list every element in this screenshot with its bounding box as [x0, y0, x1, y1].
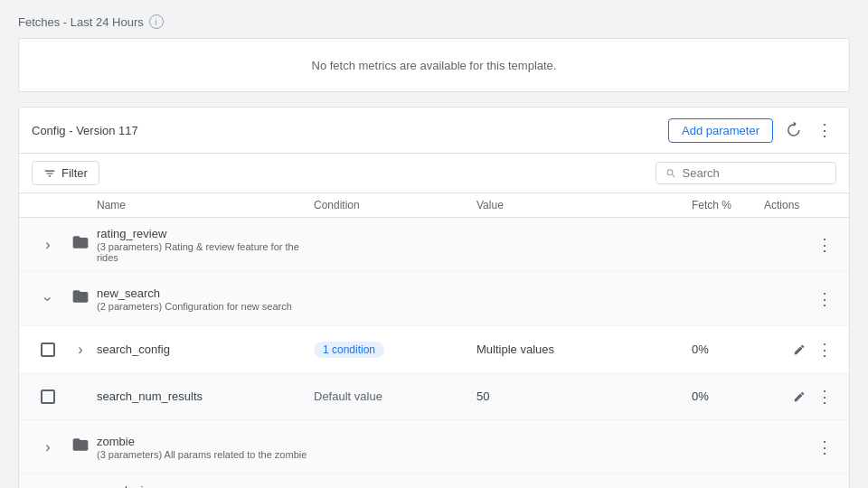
- config-section: Config - Version 117 Add parameter ⋮ Fil…: [18, 107, 850, 488]
- table-row: › search_config 1 condition Multiple val…: [19, 326, 849, 373]
- param-desc: (3 parameters) All params related to the…: [97, 449, 314, 460]
- fetches-empty-message: No fetch metrics are available for this …: [312, 59, 557, 72]
- col-condition-header: Condition: [314, 199, 476, 211]
- folder-icon: [71, 233, 90, 256]
- row-expand-col: ›: [32, 437, 64, 457]
- search-icon: [665, 167, 677, 180]
- row-more-button[interactable]: ⋮: [813, 286, 836, 313]
- row-actions-col: ⋮: [764, 383, 836, 410]
- child-expand-button[interactable]: ›: [76, 340, 84, 360]
- col-actions-header: Actions: [764, 199, 836, 211]
- expand-button[interactable]: ›: [43, 437, 52, 457]
- expand-button[interactable]: ›: [38, 295, 58, 303]
- expand-button[interactable]: ›: [43, 235, 52, 255]
- row-more-button[interactable]: ⋮: [813, 383, 836, 410]
- col-fetch-header: Fetch %: [692, 199, 764, 211]
- row-icon-col: [64, 233, 97, 256]
- table-row: › new_login: [19, 474, 849, 488]
- add-parameter-button[interactable]: Add parameter: [668, 118, 773, 143]
- row-checkbox[interactable]: [41, 343, 55, 357]
- toolbar: Filter: [19, 154, 849, 193]
- table-row: › rating_review (3 parameters) Rating & …: [19, 218, 849, 272]
- row-expand-col: [32, 343, 64, 357]
- search-input[interactable]: [683, 166, 826, 180]
- default-value-label: Default value: [314, 389, 382, 403]
- param-name: rating_review: [97, 227, 314, 240]
- value-text: 50: [476, 389, 489, 403]
- row-actions-col: ⋮: [764, 286, 836, 313]
- row-expand-col: ›: [32, 289, 64, 309]
- row-icon-col: [64, 287, 97, 310]
- row-icon-col: ›: [64, 340, 97, 360]
- row-more-button[interactable]: ⋮: [813, 434, 836, 461]
- param-name: new_login: [97, 483, 314, 488]
- edit-icon: [793, 390, 806, 403]
- table-body: › rating_review (3 parameters) Rating & …: [19, 218, 849, 488]
- row-expand-col: ›: [32, 481, 64, 489]
- fetches-header: Fetches - Last 24 Hours i: [18, 14, 850, 29]
- config-more-button[interactable]: ⋮: [813, 117, 836, 144]
- table-row: search_num_results Default value 50 0% ⋮: [19, 373, 849, 420]
- param-desc: (3 parameters) Rating & review feature f…: [97, 241, 314, 263]
- edit-button[interactable]: [789, 387, 809, 407]
- edit-icon: [793, 343, 806, 356]
- table-row: › zombie (3 parameters) All params relat…: [19, 420, 849, 474]
- param-name: zombie: [97, 435, 314, 448]
- fetch-pct: 0%: [692, 343, 709, 356]
- row-actions-col: ⋮: [764, 336, 836, 363]
- row-more-button[interactable]: ⋮: [813, 336, 836, 363]
- search-box: [656, 162, 836, 184]
- col-icon-header: [64, 199, 97, 211]
- fetches-empty-box: No fetch metrics are available for this …: [18, 38, 850, 92]
- filter-icon: [43, 167, 56, 180]
- expand-button[interactable]: ›: [43, 481, 52, 489]
- row-name-col: zombie (3 parameters) All params related…: [97, 435, 314, 460]
- history-icon: [785, 122, 801, 138]
- page-container: Fetches - Last 24 Hours i No fetch metri…: [0, 0, 868, 488]
- row-actions-col: ⋮: [764, 434, 836, 461]
- row-actions-col: ⋮: [764, 231, 836, 258]
- filter-button[interactable]: Filter: [32, 161, 99, 185]
- config-title: Config - Version 117: [32, 124, 138, 137]
- param-name: search_config: [97, 343, 314, 356]
- config-header: Config - Version 117 Add parameter ⋮: [19, 108, 849, 154]
- col-name-header: Name: [97, 199, 314, 211]
- edit-button[interactable]: [789, 340, 809, 360]
- row-name-col: search_num_results: [97, 389, 314, 403]
- row-name-col: rating_review (3 parameters) Rating & re…: [97, 227, 314, 263]
- row-name-col: search_config: [97, 343, 314, 356]
- fetches-section: Fetches - Last 24 Hours i No fetch metri…: [18, 14, 850, 92]
- row-name-col: new_search (2 parameters) Configuration …: [97, 286, 314, 312]
- table-row: › new_search (2 parameters) Configuratio…: [19, 272, 849, 326]
- fetches-info-icon[interactable]: i: [149, 14, 164, 29]
- filter-label: Filter: [61, 166, 88, 180]
- row-fetch-col: 0%: [692, 389, 764, 403]
- table-header: Name Condition Value Fetch % Actions: [19, 193, 849, 218]
- row-more-button[interactable]: ⋮: [813, 231, 836, 258]
- col-value-header: Value: [476, 199, 692, 211]
- history-icon-button[interactable]: [780, 117, 806, 143]
- row-expand-col: ›: [32, 235, 64, 255]
- fetch-pct: 0%: [692, 389, 709, 403]
- param-desc: (2 parameters) Configuration for new sea…: [97, 301, 314, 312]
- row-icon-col: [64, 436, 97, 458]
- row-fetch-col: 0%: [692, 343, 764, 356]
- row-condition-col: 1 condition: [314, 342, 476, 358]
- row-expand-col: [32, 389, 64, 404]
- value-text: Multiple values: [476, 343, 554, 356]
- row-checkbox[interactable]: [41, 389, 55, 404]
- row-value-col: 50: [476, 389, 692, 403]
- param-name: new_search: [97, 286, 314, 300]
- folder-icon: [71, 436, 90, 458]
- col-expand-header: [32, 199, 64, 211]
- row-value-col: Multiple values: [476, 343, 692, 356]
- row-name-col: new_login: [97, 483, 314, 488]
- config-actions: Add parameter ⋮: [668, 117, 836, 144]
- folder-icon: [71, 287, 90, 310]
- param-name: search_num_results: [97, 389, 314, 403]
- condition-chip: 1 condition: [314, 342, 384, 358]
- fetches-title: Fetches - Last 24 Hours: [18, 15, 144, 29]
- row-condition-col: Default value: [314, 389, 476, 403]
